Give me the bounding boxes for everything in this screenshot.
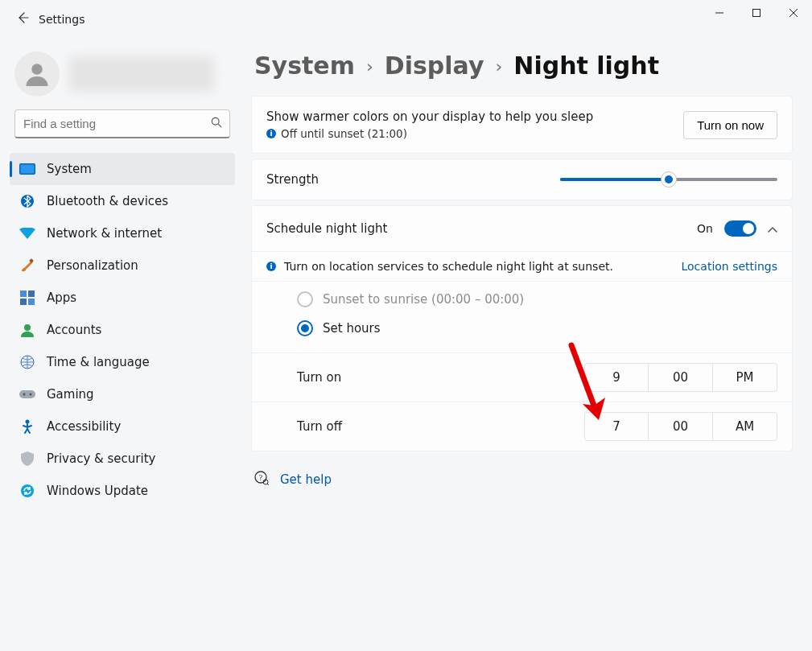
turn-on-minute[interactable]: 00 (649, 363, 713, 392)
nav-label: Privacy & security (47, 451, 155, 466)
svg-point-20 (26, 420, 30, 424)
nav-label: Bluetooth & devices (47, 194, 168, 208)
turn-on-time-row: Turn on 9 00 PM (252, 352, 792, 402)
nav-item-bluetooth[interactable]: Bluetooth & devices (10, 185, 235, 217)
turn-off-ampm[interactable]: AM (713, 412, 777, 441)
strength-label: Strength (266, 172, 547, 187)
info-icon: i (266, 129, 276, 138)
breadcrumb: System › Display › Night light (251, 48, 793, 96)
turn-on-label: Turn on (297, 370, 584, 385)
nav-label: Time & language (47, 355, 150, 369)
main-panel: System › Display › Night light Show warm… (241, 39, 812, 651)
chevron-right-icon: › (495, 56, 502, 76)
nav-item-system[interactable]: System (10, 153, 235, 185)
schedule-header[interactable]: Schedule night light On (252, 206, 792, 251)
bluetooth-icon (19, 193, 35, 209)
nav-label: System (47, 162, 92, 176)
location-settings-link[interactable]: Location settings (682, 260, 778, 273)
svg-rect-17 (19, 390, 35, 398)
svg-text:?: ? (259, 473, 263, 482)
slider-thumb[interactable] (661, 171, 677, 187)
schedule-state-text: On (697, 222, 713, 235)
nightlight-status-card: Show warmer colors on your display to he… (251, 96, 793, 154)
nav-list: System Bluetooth & devices Network & int… (10, 153, 235, 507)
titlebar: Settings (0, 0, 812, 39)
nav-item-network[interactable]: Network & internet (10, 217, 235, 249)
radio-sunset-label: Sunset to sunrise (00:00 – 00:00) (323, 292, 524, 307)
get-help-row: ? Get help (251, 456, 793, 503)
brush-icon (19, 258, 35, 274)
svg-rect-8 (21, 165, 35, 174)
search-box[interactable] (14, 109, 230, 138)
strength-slider[interactable] (560, 172, 777, 187)
user-name-redacted (69, 56, 214, 92)
get-help-link[interactable]: Get help (280, 472, 332, 487)
sidebar: System Bluetooth & devices Network & int… (0, 39, 241, 651)
nav-item-gaming[interactable]: Gaming (10, 378, 235, 410)
gamepad-icon (19, 386, 35, 402)
maximize-button[interactable] (738, 0, 775, 26)
nav-item-accessibility[interactable]: Accessibility (10, 410, 235, 443)
turn-on-hour[interactable]: 9 (584, 363, 649, 392)
accessibility-icon (19, 418, 35, 435)
turn-off-hour[interactable]: 7 (584, 412, 649, 441)
svg-point-18 (23, 393, 26, 396)
help-icon: ? (254, 471, 269, 488)
search-icon (211, 117, 222, 130)
nav-label: Accounts (47, 323, 101, 337)
turn-on-ampm[interactable]: PM (713, 363, 777, 392)
svg-point-5 (212, 117, 219, 125)
schedule-card: Schedule night light On i Turn on locati… (251, 205, 793, 451)
turn-off-minute[interactable]: 00 (649, 412, 713, 441)
close-button[interactable] (775, 0, 812, 26)
nav-label: Network & internet (47, 226, 162, 241)
nav-item-apps[interactable]: Apps (10, 282, 235, 314)
account-icon (19, 322, 35, 338)
system-icon (19, 161, 35, 177)
turn-off-label: Turn off (297, 419, 584, 434)
minimize-button[interactable] (701, 0, 738, 26)
location-hint-text: Turn on location services to schedule ni… (284, 260, 674, 273)
person-icon (23, 60, 52, 89)
svg-point-21 (21, 484, 34, 497)
search-input[interactable] (14, 109, 230, 138)
schedule-toggle[interactable] (724, 220, 756, 237)
nav-label: Windows Update (47, 484, 148, 498)
breadcrumb-current: Night light (513, 52, 659, 80)
nav-label: Accessibility (47, 419, 121, 434)
svg-rect-10 (29, 258, 34, 263)
nav-item-update[interactable]: Windows Update (10, 475, 235, 507)
back-arrow-icon (16, 11, 29, 24)
radio-sethours[interactable] (297, 320, 313, 336)
chevron-right-icon: › (366, 56, 373, 76)
avatar (14, 52, 60, 97)
nav-item-privacy[interactable]: Privacy & security (10, 443, 235, 475)
turn-off-time-picker[interactable]: 7 00 AM (584, 412, 777, 441)
maximize-icon (752, 9, 760, 17)
breadcrumb-system[interactable]: System (254, 52, 355, 80)
svg-point-15 (24, 324, 31, 331)
radio-sunset-row[interactable]: Sunset to sunrise (00:00 – 00:00) (252, 282, 792, 317)
turn-on-now-button[interactable]: Turn on now (683, 111, 777, 139)
nightlight-headline: Show warmer colors on your display to he… (266, 109, 670, 124)
nav-item-personalization[interactable]: Personalization (10, 249, 235, 282)
svg-line-6 (218, 124, 221, 127)
breadcrumb-display[interactable]: Display (385, 52, 484, 80)
nav-label: Apps (47, 290, 76, 305)
svg-line-25 (267, 484, 269, 485)
svg-point-19 (30, 393, 32, 396)
nav-item-time[interactable]: Time & language (10, 346, 235, 378)
nightlight-status: Off until sunset (21:00) (281, 127, 407, 140)
back-button[interactable] (6, 11, 39, 27)
clock-globe-icon (19, 354, 35, 370)
nav-item-accounts[interactable]: Accounts (10, 314, 235, 346)
info-icon: i (266, 262, 276, 271)
radio-sethours-row[interactable]: Set hours (252, 317, 792, 352)
svg-rect-1 (753, 10, 760, 17)
strength-card: Strength (251, 159, 793, 200)
user-box[interactable] (10, 45, 235, 109)
close-icon (789, 9, 798, 17)
nav-label: Personalization (47, 258, 138, 273)
radio-sunset (297, 291, 313, 307)
turn-on-time-picker[interactable]: 9 00 PM (584, 363, 777, 392)
